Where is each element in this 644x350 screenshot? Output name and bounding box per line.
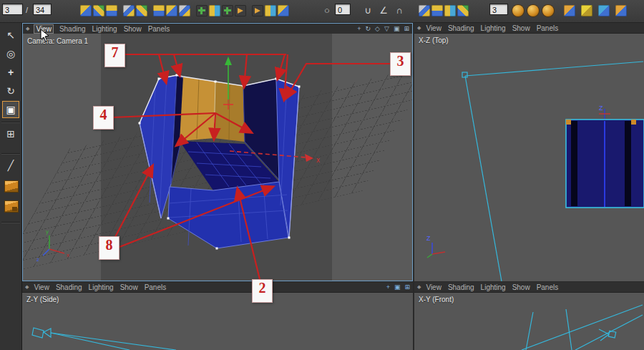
workplane-icon[interactable] <box>419 5 430 16</box>
x-axis-label: x <box>316 156 320 164</box>
record-active-objects-icon[interactable] <box>512 5 524 16</box>
side-view-canvas[interactable]: Z-Y (Side) <box>22 292 413 350</box>
viewport-pan-icon[interactable]: + <box>357 24 361 34</box>
menu-show[interactable]: Show <box>124 25 142 33</box>
menu-lighting[interactable]: Lighting <box>481 283 506 291</box>
palette-divider <box>1 222 20 223</box>
goto-end-icon[interactable] <box>265 5 276 16</box>
scale-track-icon[interactable] <box>153 5 165 16</box>
angle-field[interactable]: 0 <box>335 4 351 15</box>
camera-wireframe <box>522 305 643 350</box>
record-keyframe-icon[interactable] <box>80 5 92 16</box>
top-view-canvas[interactable]: Z Z X-Z (Top) <box>414 33 644 281</box>
viewport-toggle-icon[interactable]: ▽ <box>384 24 389 34</box>
angle-snap-icon[interactable]: ∠ <box>377 4 390 17</box>
grid-snap-icon[interactable] <box>431 5 443 16</box>
position-track-icon[interactable] <box>123 5 135 16</box>
svg-text:y: y <box>46 228 49 235</box>
viewport-layout-icon[interactable]: ⊞ <box>404 24 409 34</box>
menu-shading[interactable]: Shading <box>56 283 82 291</box>
keyframe-selection-icon[interactable] <box>106 5 117 16</box>
svg-text:x: x <box>67 252 69 258</box>
play-forward-icon[interactable] <box>252 5 263 16</box>
perspective-view-canvas[interactable]: x y x z Camera: Camera 1 <box>23 34 412 281</box>
application-window: 3 / 34 ○ 0 ∪ ∠ ∩ 3 <box>0 0 644 350</box>
keyframe-presets-icon[interactable] <box>542 5 554 16</box>
steps-field[interactable]: 3 <box>489 4 508 15</box>
viewport-layout-icon[interactable]: ⊞ <box>404 282 410 292</box>
scale-tool-icon[interactable]: ▣ <box>3 102 19 117</box>
annotation-label-7: 7 <box>104 44 125 67</box>
axis-mode-icon[interactable]: ⊞ <box>3 126 19 142</box>
viewport-side: ◆ View Shading Lighting Show Panels + ▣ … <box>22 282 413 350</box>
y-axis-arrowhead <box>225 57 232 65</box>
axis-gizmo: y x z <box>36 228 69 263</box>
autokey-toggle-icon[interactable] <box>527 5 539 16</box>
deformed-editing-icon[interactable] <box>598 5 610 16</box>
live-selection-icon[interactable]: ◎ <box>3 46 19 62</box>
menu-show[interactable]: Show <box>120 283 138 291</box>
menu-view[interactable]: View <box>34 283 49 291</box>
rotate-tool-icon[interactable]: ↻ <box>3 83 19 99</box>
viewport-dolly-icon[interactable]: ◇ <box>375 24 380 34</box>
magnet-icon[interactable]: ∪ <box>361 4 374 17</box>
viewport-menu-icon[interactable]: ◆ <box>26 26 29 31</box>
menu-panels[interactable]: Panels <box>148 25 170 33</box>
viewport-label: X-Z (Top) <box>419 37 449 44</box>
next-keyframe-icon[interactable] <box>209 5 220 16</box>
viewport-top: ◆ View Shading Lighting Show Panels <box>414 23 644 281</box>
left-wall-top-view <box>571 121 577 206</box>
right-wall-top-view <box>625 121 631 206</box>
viewport-pan-icon[interactable]: + <box>386 282 390 292</box>
viewport-menu-icon[interactable]: ◆ <box>25 284 29 290</box>
arc-tool-icon[interactable]: ∩ <box>393 4 406 17</box>
front-view-canvas[interactable]: X-Y (Front) <box>414 292 644 350</box>
viewport-menu: ◆ View Shading Lighting Show Panels <box>414 23 644 34</box>
knife-tool-icon[interactable]: ╱ <box>3 157 19 173</box>
viewport-menu-icon[interactable]: ◆ <box>417 25 421 31</box>
orange-corner-left <box>566 120 571 125</box>
menu-panels[interactable]: Panels <box>537 283 559 291</box>
delete-keyframe-icon[interactable] <box>222 5 233 16</box>
quantize-icon[interactable] <box>444 5 456 16</box>
viewport-rotate-icon[interactable]: ↻ <box>366 24 371 34</box>
tweak-mode-icon[interactable] <box>615 5 627 16</box>
rotation-track-icon[interactable] <box>136 5 147 16</box>
point-level-animation-icon[interactable] <box>179 5 190 16</box>
annotation-label-3: 3 <box>390 52 411 76</box>
menu-lighting[interactable]: Lighting <box>89 283 114 291</box>
menu-shading[interactable]: Shading <box>448 24 474 32</box>
axis-gizmo: Z <box>426 235 445 258</box>
viewport-menu-icon[interactable]: ◆ <box>417 284 421 290</box>
autokeying-icon[interactable] <box>93 5 104 16</box>
menu-panels[interactable]: Panels <box>145 283 167 291</box>
current-frame-field[interactable]: 3 <box>2 4 23 15</box>
menu-panels[interactable]: Panels <box>537 24 559 32</box>
menu-view[interactable]: View <box>426 283 441 291</box>
goto-start-icon[interactable] <box>278 5 289 16</box>
move-tool-icon[interactable]: + <box>3 64 19 80</box>
isoline-toggle-icon[interactable] <box>581 5 592 16</box>
viewport-label: Z-Y (Side) <box>26 296 59 303</box>
parameter-track-icon[interactable] <box>166 5 177 16</box>
viewport-panel-icon[interactable]: ▣ <box>394 282 401 292</box>
cube-editable-icon[interactable] <box>4 200 19 213</box>
xray-toggle-icon[interactable] <box>564 5 575 16</box>
menu-view[interactable]: View <box>426 24 441 32</box>
cube-primitive-icon[interactable] <box>4 180 19 193</box>
viewport-label: X-Y (Front) <box>419 296 454 303</box>
viewport-front: ◆ View Shading Lighting Show Panels X-Y … <box>414 282 644 350</box>
menu-lighting[interactable]: Lighting <box>92 25 117 33</box>
viewport-panel-icon[interactable]: ▣ <box>394 24 400 34</box>
menu-shading[interactable]: Shading <box>59 25 86 33</box>
total-frames-field[interactable]: 34 <box>33 4 52 15</box>
menu-show[interactable]: Show <box>512 283 530 291</box>
menu-show[interactable]: Show <box>512 24 530 32</box>
add-keyframe-icon[interactable] <box>196 5 208 16</box>
prev-keyframe-icon[interactable] <box>235 5 246 16</box>
circle-primitive-icon[interactable]: ○ <box>321 4 333 17</box>
menu-shading[interactable]: Shading <box>448 283 474 291</box>
menu-lighting[interactable]: Lighting <box>481 24 506 32</box>
select-tool-icon[interactable]: ↖ <box>3 27 19 43</box>
axis-lock-icon[interactable] <box>457 5 469 16</box>
